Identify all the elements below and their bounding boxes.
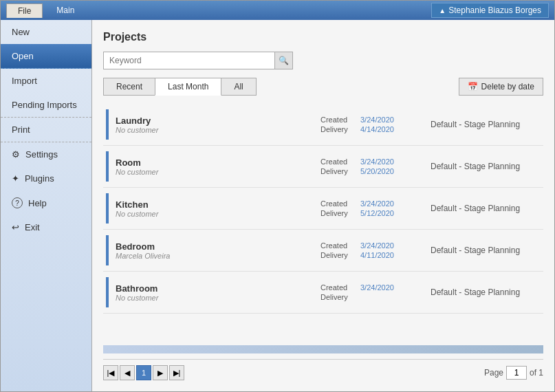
project-stage: Default - Stage Planning — [431, 120, 541, 129]
sidebar-item-open[interactable]: Open — [1, 44, 91, 69]
project-accent-bar — [106, 109, 109, 140]
pagination-info: Page of 1 — [484, 366, 543, 380]
created-label: Created — [320, 116, 355, 124]
created-date: 3/24/2020 — [360, 199, 394, 208]
created-row: Created 3/24/2020 — [320, 241, 417, 250]
delivery-label: Delivery — [320, 251, 355, 259]
project-info: Bathroom No customer — [116, 283, 320, 302]
tab-all[interactable]: All — [221, 78, 256, 96]
created-row: Created 3/24/2020 — [320, 283, 417, 292]
table-row[interactable]: Laundry No customer Created 3/24/2020 De… — [103, 104, 543, 146]
open-label: Open — [12, 51, 34, 61]
sidebar: New Open Import Pending Imports Print ⚙ … — [1, 20, 92, 391]
file-tab[interactable]: File — [6, 3, 43, 18]
delivery-date: 5/12/2020 — [360, 209, 394, 217]
tab-last-month[interactable]: Last Month — [155, 78, 221, 96]
sidebar-item-print[interactable]: Print — [1, 118, 91, 142]
delivery-label: Delivery — [320, 209, 355, 217]
delete-by-date-label: Delete by date — [481, 82, 534, 91]
search-bar: 🔍 — [103, 52, 543, 69]
project-info: Bedroom Marcela Oliveira — [116, 241, 320, 260]
table-row[interactable]: Kitchen No customer Created 3/24/2020 De… — [103, 188, 543, 230]
project-info: Room No customer — [116, 157, 320, 176]
delivery-label: Delivery — [320, 167, 355, 175]
created-label: Created — [320, 241, 355, 250]
page-label: Page — [484, 368, 503, 378]
title-bar: File Main ▲ Stephanie Biazus Borges — [1, 1, 554, 20]
project-info: Kitchen No customer — [116, 199, 320, 218]
table-row[interactable]: Room No customer Created 3/24/2020 Deliv… — [103, 146, 543, 188]
project-customer: No customer — [116, 294, 320, 302]
project-stage: Default - Stage Planning — [431, 162, 541, 171]
project-stage: Default - Stage Planning — [431, 287, 541, 297]
sidebar-item-pending-imports[interactable]: Pending Imports — [1, 93, 91, 118]
search-input[interactable] — [103, 52, 275, 69]
settings-label: Settings — [25, 149, 58, 160]
project-accent-bar — [106, 193, 109, 224]
next-page-button[interactable]: ▶ — [153, 365, 168, 380]
help-label: Help — [28, 198, 47, 208]
delivery-row: Delivery 4/14/2020 — [320, 125, 417, 133]
current-page-button[interactable]: 1 — [136, 365, 151, 380]
project-dates: Created 3/24/2020 Delivery 4/14/2020 — [320, 116, 417, 133]
search-button[interactable]: 🔍 — [275, 52, 293, 69]
created-row: Created 3/24/2020 — [320, 199, 417, 208]
project-customer: No customer — [116, 168, 320, 176]
delivery-label: Delivery — [320, 293, 355, 301]
delivery-label: Delivery — [320, 125, 355, 133]
table-row[interactable]: Bedroom Marcela Oliveira Created 3/24/20… — [103, 230, 543, 272]
last-page-button[interactable]: ▶| — [169, 365, 184, 380]
sidebar-item-help[interactable]: ? Help — [1, 190, 91, 215]
delivery-date: 4/11/2020 — [360, 251, 394, 259]
project-name: Bedroom — [116, 241, 320, 252]
new-label: New — [12, 27, 30, 37]
project-accent-bar — [106, 151, 109, 182]
project-name: Kitchen — [116, 199, 320, 210]
project-accent-bar — [106, 277, 109, 307]
chevron-up-icon: ▲ — [439, 7, 446, 14]
sidebar-item-new[interactable]: New — [1, 20, 91, 44]
created-date: 3/24/2020 — [360, 241, 394, 250]
project-name: Laundry — [116, 116, 320, 126]
exit-icon: ↩ — [12, 222, 19, 232]
title-tabs: File Main — [6, 3, 85, 18]
created-label: Created — [320, 199, 355, 208]
project-customer: Marcela Oliveira — [116, 252, 320, 260]
delivery-date: 4/14/2020 — [360, 125, 394, 133]
project-customer: No customer — [116, 126, 320, 134]
created-label: Created — [320, 157, 355, 166]
project-stage: Default - Stage Planning — [431, 204, 541, 213]
pagination-controls: |◀ ◀ 1 ▶ ▶| — [103, 365, 184, 380]
pagination: |◀ ◀ 1 ▶ ▶| Page of 1 — [103, 359, 543, 380]
project-list: Laundry No customer Created 3/24/2020 De… — [103, 104, 543, 342]
first-page-button[interactable]: |◀ — [103, 365, 118, 380]
delivery-row: Delivery 4/11/2020 — [320, 251, 417, 259]
sidebar-item-settings[interactable]: ⚙ Settings — [1, 142, 91, 166]
page-of-text: of 1 — [530, 368, 543, 378]
delete-by-date-button[interactable]: 📅 Delete by date — [459, 78, 543, 96]
project-accent-bar — [106, 235, 109, 265]
page-number-input[interactable] — [506, 366, 527, 380]
created-date: 3/24/2020 — [360, 116, 394, 124]
sidebar-item-exit[interactable]: ↩ Exit — [1, 215, 91, 239]
main-tab[interactable]: Main — [45, 3, 85, 18]
sidebar-item-plugins[interactable]: ✦ Plugins — [1, 166, 91, 190]
page-title: Projects — [103, 31, 543, 43]
prev-page-button[interactable]: ◀ — [120, 365, 135, 380]
project-dates: Created 3/24/2020 Delivery 4/11/2020 — [320, 241, 417, 259]
project-name: Bathroom — [116, 283, 320, 294]
project-dates: Created 3/24/2020 Delivery 5/20/2020 — [320, 157, 417, 175]
horizontal-scrollbar[interactable] — [103, 345, 543, 353]
sidebar-item-import[interactable]: Import — [1, 69, 91, 93]
tab-recent[interactable]: Recent — [103, 78, 155, 96]
user-info: ▲ Stephanie Biazus Borges — [431, 3, 549, 18]
user-name: Stephanie Biazus Borges — [448, 6, 541, 15]
settings-icon: ⚙ — [12, 149, 20, 160]
filter-tabs: Recent Last Month All — [103, 78, 257, 96]
calendar-icon: 📅 — [468, 82, 478, 91]
plugins-icon: ✦ — [12, 173, 19, 184]
pending-imports-label: Pending Imports — [12, 100, 77, 110]
table-row[interactable]: Bathroom No customer Created 3/24/2020 D… — [103, 272, 543, 314]
exit-label: Exit — [25, 222, 40, 232]
delivery-row: Delivery — [320, 293, 417, 301]
